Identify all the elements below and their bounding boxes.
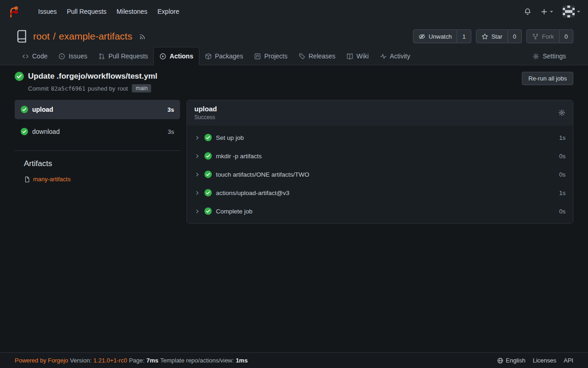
top-navbar: Issues Pull Requests Milestones Explore bbox=[0, 0, 588, 23]
licenses-link[interactable]: Licenses bbox=[533, 357, 556, 364]
steps-list: Set up job 1s mkdir -p artifacts 0s bbox=[187, 126, 573, 223]
template-time-label: Template repo/actions/view: bbox=[160, 357, 234, 364]
run-title: Update .forgejo/workflows/test.yml bbox=[28, 72, 158, 81]
stars-count[interactable]: 0 bbox=[508, 29, 522, 43]
tab-releases[interactable]: Releases bbox=[293, 47, 341, 65]
job-options-gear-icon[interactable] bbox=[558, 109, 565, 116]
watchers-count[interactable]: 1 bbox=[457, 29, 471, 43]
tab-label: Pull Requests bbox=[108, 52, 148, 60]
tab-issues[interactable]: Issues bbox=[53, 47, 92, 65]
repo-name-link[interactable]: example-artifacts bbox=[59, 31, 132, 42]
run-title-block: Update .forgejo/workflows/test.yml Commi… bbox=[15, 72, 158, 92]
job-detail-title: upload bbox=[194, 105, 217, 113]
tab-code[interactable]: Code bbox=[17, 47, 53, 65]
job-row-upload[interactable]: upload 3s bbox=[15, 100, 180, 119]
step-row-mkdir[interactable]: mkdir -p artifacts 0s bbox=[187, 147, 573, 165]
commit-sha-link[interactable]: 82a5cf6961 bbox=[51, 85, 85, 92]
tab-label: Wiki bbox=[356, 52, 368, 60]
artifacts-heading: Artifacts bbox=[24, 159, 176, 168]
repo-owner-link[interactable]: root bbox=[33, 31, 50, 42]
page-time-label: Page: bbox=[129, 357, 145, 364]
tab-label: Code bbox=[32, 52, 47, 60]
step-row-upload-artifact[interactable]: actions/upload-artifact@v3 1s bbox=[187, 184, 573, 202]
unwatch-button[interactable]: Unwatch bbox=[413, 29, 458, 43]
forgejo-logo[interactable] bbox=[7, 6, 26, 18]
pulse-icon bbox=[380, 53, 387, 60]
step-row-touch-artifacts[interactable]: touch artifacts/ONE artifacts/TWO 0s bbox=[187, 165, 573, 184]
tab-label: Releases bbox=[309, 52, 335, 60]
step-row-complete-job[interactable]: Complete job 0s bbox=[187, 202, 573, 220]
nav-item-issues[interactable]: Issues bbox=[33, 0, 62, 23]
create-new-menu[interactable] bbox=[541, 8, 554, 15]
licenses-label: Licenses bbox=[533, 357, 556, 364]
chevron-right-icon[interactable] bbox=[194, 208, 200, 214]
package-icon bbox=[205, 53, 212, 60]
issue-icon bbox=[58, 53, 65, 60]
jobs-sidebar: upload 3s download 3s Artifacts bbox=[15, 100, 180, 183]
step-label: mkdir -p artifacts bbox=[216, 153, 262, 160]
repo-header: root / example-artifacts bbox=[0, 23, 588, 65]
nav-item-pull-requests[interactable]: Pull Requests bbox=[62, 0, 111, 23]
artifacts-section: Artifacts many-artifacts bbox=[15, 150, 180, 183]
tab-label: Issues bbox=[68, 52, 87, 60]
settings-gear-icon bbox=[532, 53, 539, 60]
tag-icon bbox=[299, 53, 305, 60]
job-name: upload bbox=[32, 106, 53, 113]
language-label: English bbox=[506, 357, 526, 364]
repo-action-buttons: Unwatch 1 Star 0 bbox=[413, 29, 573, 43]
success-check-icon bbox=[15, 72, 24, 81]
step-duration: 0s bbox=[559, 153, 565, 160]
artifact-name: many-artifacts bbox=[33, 176, 71, 183]
tab-packages[interactable]: Packages bbox=[199, 47, 249, 65]
job-detail-header: upload Success bbox=[187, 100, 573, 126]
run-header: Update .forgejo/workflows/test.yml Commi… bbox=[15, 72, 573, 92]
globe-icon bbox=[497, 357, 503, 364]
chevron-right-icon[interactable] bbox=[194, 190, 200, 196]
tab-label: Packages bbox=[215, 52, 243, 60]
fork-button[interactable]: Fork bbox=[526, 29, 560, 43]
success-check-icon bbox=[204, 134, 212, 141]
chevron-right-icon[interactable] bbox=[194, 135, 200, 141]
chevron-right-icon[interactable] bbox=[194, 172, 200, 178]
tab-projects[interactable]: Projects bbox=[249, 47, 293, 65]
version-link[interactable]: 1.21.0+1-rc0 bbox=[93, 357, 127, 364]
artifact-link-many-artifacts[interactable]: many-artifacts bbox=[24, 176, 176, 183]
repo-tabs: Code Issues Pull Requests bbox=[0, 47, 588, 65]
step-row-set-up-job[interactable]: Set up job 1s bbox=[187, 128, 573, 147]
step-label: actions/upload-artifact@v3 bbox=[216, 190, 289, 196]
plus-icon bbox=[541, 8, 548, 15]
user-menu[interactable] bbox=[563, 6, 581, 17]
fork-button-group: Fork 0 bbox=[526, 29, 573, 43]
star-label: Star bbox=[492, 33, 503, 40]
tab-wiki[interactable]: Wiki bbox=[341, 47, 374, 65]
tab-actions[interactable]: Actions bbox=[153, 47, 199, 65]
breadcrumb-separator: / bbox=[53, 31, 56, 42]
branch-badge[interactable]: main bbox=[132, 84, 151, 92]
nav-item-milestones[interactable]: Milestones bbox=[112, 0, 153, 23]
tab-pull-requests[interactable]: Pull Requests bbox=[93, 47, 153, 65]
nav-item-explore[interactable]: Explore bbox=[153, 0, 184, 23]
step-label: Complete job bbox=[216, 208, 253, 215]
pull-request-icon bbox=[98, 53, 105, 60]
job-row-download[interactable]: download 3s bbox=[15, 122, 180, 141]
language-selector[interactable]: English bbox=[497, 357, 526, 364]
tab-settings[interactable]: Settings bbox=[527, 47, 571, 65]
step-duration: 1s bbox=[559, 134, 565, 141]
rss-icon[interactable] bbox=[139, 33, 146, 40]
star-button[interactable]: Star bbox=[476, 29, 508, 43]
api-link[interactable]: API bbox=[564, 357, 573, 364]
step-duration: 0s bbox=[559, 171, 565, 178]
powered-by-forgejo-link[interactable]: Powered by Forgejo bbox=[15, 357, 68, 364]
rerun-all-jobs-button[interactable]: Re-run all jobs bbox=[522, 72, 573, 85]
job-name: download bbox=[32, 128, 60, 135]
chevron-down-icon bbox=[577, 10, 581, 14]
pusher-link[interactable]: root bbox=[118, 85, 128, 92]
chevron-right-icon[interactable] bbox=[194, 153, 200, 159]
forgejo-logo-icon bbox=[7, 6, 20, 18]
avatar bbox=[563, 6, 575, 17]
notifications-bell-icon[interactable] bbox=[524, 8, 531, 16]
tab-activity[interactable]: Activity bbox=[374, 47, 416, 65]
job-duration: 3s bbox=[168, 106, 174, 113]
version-label: Version: bbox=[70, 357, 91, 364]
forks-count[interactable]: 0 bbox=[560, 29, 573, 43]
